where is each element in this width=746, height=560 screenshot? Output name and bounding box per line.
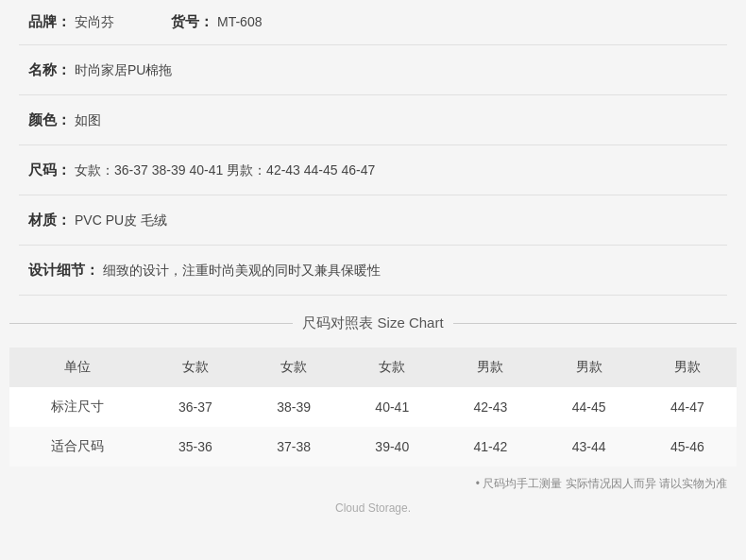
table-row: 标注尺寸 36-37 38-39 40-41 42-43 44-45 44-47: [9, 387, 737, 427]
col-header-female-3: 女款: [343, 348, 441, 387]
row-2-col-2: 37-38: [245, 427, 343, 467]
col-header-unit: 单位: [9, 348, 146, 387]
row-1-col-5: 44-45: [540, 387, 638, 427]
table-header-row: 单位 女款 女款 女款 男款 男款 男款: [9, 348, 737, 387]
row-1-col-6: 44-47: [638, 387, 737, 427]
color-value: 如图: [75, 110, 101, 130]
color-row: 颜色： 如图: [19, 95, 727, 145]
col-header-male-1: 男款: [441, 348, 539, 387]
row-2-col-5: 43-44: [540, 427, 638, 467]
name-value: 时尚家居PU棉拖: [75, 59, 172, 80]
design-row: 设计细节： 细致的设计，注重时尚美观的同时又兼具保暖性: [19, 246, 727, 296]
size-chart-title: 尺码对照表 Size Chart: [9, 314, 737, 332]
size-row: 尺码： 女款：36-37 38-39 40-41 男款：42-43 44-45 …: [19, 145, 727, 195]
brand-value: 安尚芬: [75, 14, 114, 31]
color-label: 颜色：: [28, 109, 71, 131]
row-1-col-4: 42-43: [441, 387, 539, 427]
col-header-male-3: 男款: [638, 348, 737, 387]
name-row: 名称： 时尚家居PU棉拖: [19, 45, 727, 95]
size-value: 女款：36-37 38-39 40-41 男款：42-43 44-45 46-4…: [75, 160, 375, 180]
row-label-1: 标注尺寸: [9, 387, 146, 427]
size-chart-title-text: 尺码对照表 Size Chart: [302, 314, 443, 332]
size-label: 尺码：: [28, 159, 71, 181]
row-2-col-3: 39-40: [343, 427, 441, 467]
model-label: 货号：: [171, 13, 213, 31]
row-1-col-1: 36-37: [146, 387, 245, 427]
table-row: 适合尺码 35-36 37-38 39-40 41-42 43-44 45-46: [9, 427, 737, 467]
info-section: 品牌： 安尚芬 货号： MT-608 名称： 时尚家居PU棉拖 颜色： 如图 尺…: [0, 0, 746, 296]
brand-item: 品牌： 安尚芬: [28, 13, 114, 31]
col-header-female-1: 女款: [146, 348, 245, 387]
brand-row: 品牌： 安尚芬 货号： MT-608: [19, 0, 727, 45]
design-label: 设计细节：: [28, 259, 99, 281]
model-item: 货号： MT-608: [171, 13, 262, 31]
row-1-col-2: 38-39: [245, 387, 343, 427]
material-value: PVC PU皮 毛绒: [75, 210, 167, 230]
footer-watermark: Cloud Storage.: [9, 496, 737, 524]
row-1-col-3: 40-41: [343, 387, 441, 427]
row-2-col-1: 35-36: [146, 427, 245, 467]
product-detail-page: 品牌： 安尚芬 货号： MT-608 名称： 时尚家居PU棉拖 颜色： 如图 尺…: [0, 0, 746, 560]
row-2-col-4: 41-42: [441, 427, 539, 467]
size-chart-section: 尺码对照表 Size Chart 单位 女款 女款 女款 男款 男款 男款 标注…: [0, 314, 746, 524]
size-table: 单位 女款 女款 女款 男款 男款 男款 标注尺寸 36-37 38-39 40…: [9, 348, 737, 467]
row-label-2: 适合尺码: [9, 427, 146, 467]
name-label: 名称：: [28, 59, 71, 81]
col-header-male-2: 男款: [540, 348, 638, 387]
footer-note: • 尺码均手工测量 实际情况因人而异 请以实物为准: [9, 467, 737, 496]
brand-label: 品牌：: [28, 13, 71, 31]
col-header-female-2: 女款: [245, 348, 343, 387]
material-row: 材质： PVC PU皮 毛绒: [19, 195, 727, 246]
material-label: 材质：: [28, 209, 71, 231]
row-2-col-6: 45-46: [638, 427, 737, 467]
model-value: MT-608: [217, 14, 262, 29]
design-value: 细致的设计，注重时尚美观的同时又兼具保暖性: [103, 260, 381, 280]
